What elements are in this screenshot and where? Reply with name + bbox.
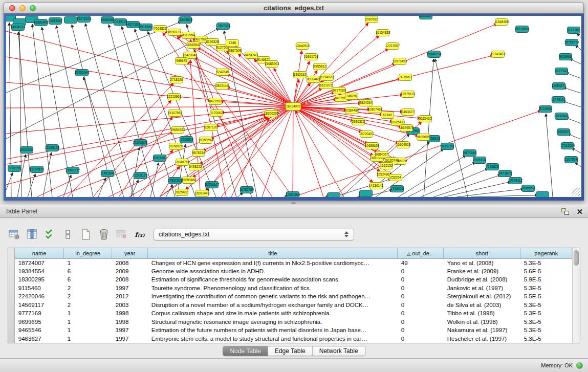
select-all-button[interactable]: [43, 228, 57, 241]
table-cell[interactable]: 2008: [112, 275, 148, 284]
table-vertical-scrollbar[interactable]: [572, 248, 580, 343]
table-row[interactable]: 1830029562008Estimation of significance …: [15, 275, 572, 284]
tab-node-table[interactable]: Node Table: [223, 346, 268, 356]
table-cell[interactable]: 5.3E-5: [520, 326, 572, 335]
graph-node[interactable]: 16091449: [195, 190, 210, 197]
graph-node[interactable]: 6879197: [441, 143, 454, 150]
graph-node[interactable]: 20053346: [75, 70, 90, 76]
panel-splitter-handle[interactable]: [291, 202, 296, 204]
column-header-out_de[interactable]: △out_de...: [398, 248, 444, 258]
graph-node[interactable]: 7485063: [399, 74, 412, 81]
graph-node[interactable]: 8912954: [182, 32, 195, 39]
graph-node[interactable]: 12213957: [385, 43, 400, 50]
graph-node[interactable]: 3824534: [360, 100, 373, 106]
table-cell[interactable]: 5.3E-5: [520, 258, 572, 267]
table-cell[interactable]: Stergiakouli et al. (2012): [444, 292, 520, 301]
scrollbar-thumb[interactable]: [574, 250, 579, 266]
graph-node[interactable]: 20364486: [344, 107, 359, 114]
graph-node[interactable]: 14671368: [126, 21, 141, 28]
graph-node[interactable]: 10688639: [365, 143, 380, 149]
column-header-name[interactable]: name: [15, 248, 64, 258]
graph-node[interactable]: 18549578: [399, 125, 414, 132]
graph-node[interactable]: 16107553: [168, 110, 183, 117]
graph-node[interactable]: 1939151: [8, 165, 21, 172]
table-cell[interactable]: 14569117: [15, 301, 64, 310]
column-header-short[interactable]: short: [444, 248, 520, 258]
graph-node[interactable]: 2087682: [365, 16, 378, 23]
graph-node[interactable]: 10807487: [368, 106, 383, 113]
table-cell[interactable]: 1: [64, 326, 112, 335]
table-cell[interactable]: 18300295: [15, 275, 64, 284]
table-cell[interactable]: Changes of HCN gene expression and I(f) …: [148, 258, 398, 267]
graph-node-hub[interactable]: 18724007: [286, 103, 301, 111]
graph-node[interactable]: 7632621: [486, 164, 499, 170]
graph-node[interactable]: 2986322: [352, 119, 365, 125]
table-cell[interactable]: 5.3E-5: [520, 309, 572, 318]
graph-node[interactable]: 7955812: [314, 63, 326, 70]
table-settings-button[interactable]: [7, 228, 21, 241]
graph-node[interactable]: 9245652: [522, 185, 535, 192]
graph-node[interactable]: 16648784: [427, 51, 442, 58]
table-cell[interactable]: 9465546: [15, 326, 64, 335]
graph-node[interactable]: 8690123: [168, 29, 181, 36]
graph-node[interactable]: 9329966: [559, 54, 572, 60]
table-cell[interactable]: 1997: [112, 326, 148, 335]
table-row[interactable]: 946362711997Embryonic stem cells: a mode…: [15, 335, 572, 343]
graph-node[interactable]: 8471676: [499, 170, 512, 177]
network-canvas[interactable]: 1403572420691406106533671527602669661601…: [6, 16, 581, 197]
table-cell[interactable]: 1998: [112, 309, 148, 318]
function-builder-button[interactable]: f(x): [133, 228, 147, 241]
graph-node[interactable]: 2620650: [20, 147, 33, 154]
graph-node[interactable]: 17359924: [179, 137, 194, 143]
graph-node[interactable]: 12975115: [401, 91, 415, 98]
table-row[interactable]: 911546021997Tourette syndrome. Phenomeno…: [15, 284, 572, 293]
table-row[interactable]: 2242004622012Investigating the contribut…: [15, 292, 572, 301]
graph-node[interactable]: 746266: [345, 93, 358, 100]
graph-node[interactable]: 2803144: [216, 83, 229, 90]
graph-node[interactable]: 20206505: [133, 140, 148, 146]
table-cell[interactable]: 0: [398, 275, 444, 284]
graph-node[interactable]: 11156828: [30, 166, 44, 173]
show-column-button[interactable]: [25, 228, 39, 241]
table-row[interactable]: 946554611997Estimation of the future num…: [15, 326, 572, 335]
graph-node[interactable]: 17857224: [216, 23, 231, 30]
graph-node[interactable]: 10654112: [508, 178, 522, 184]
table-cell[interactable]: 1: [64, 309, 112, 318]
table-cell[interactable]: 18724007: [15, 258, 64, 267]
table-cell[interactable]: 5.3E-5: [520, 335, 572, 343]
deselect-all-button[interactable]: [61, 228, 75, 241]
graph-node[interactable]: 7663822: [154, 26, 167, 32]
graph-node[interactable]: 16543942: [186, 42, 201, 49]
graph-node[interactable]: 5498222: [189, 164, 202, 170]
table-cell[interactable]: Estimation of significance thresholds fo…: [148, 275, 398, 284]
graph-node[interactable]: 13640910: [295, 43, 310, 50]
tab-network-table[interactable]: Network Table: [313, 346, 365, 356]
graph-node[interactable]: 5878334: [192, 150, 205, 157]
table-row[interactable]: 977716911998Corpus callosum shape and si…: [15, 309, 572, 318]
table-cell[interactable]: 0: [398, 309, 444, 318]
graph-node[interactable]: 1167534: [565, 157, 578, 163]
graph-node[interactable]: 12213963: [167, 94, 182, 100]
column-header-pagerank[interactable]: pagerank: [520, 248, 572, 258]
graph-node[interactable]: 14136141: [369, 183, 384, 189]
graph-node[interactable]: 9227343: [555, 68, 568, 75]
table-cell[interactable]: 49: [398, 258, 444, 267]
graph-node[interactable]: 15685203: [265, 61, 279, 68]
graph-node[interactable]: 1546: [226, 40, 239, 47]
table-select-dropdown[interactable]: citations_edges.txt: [154, 229, 354, 240]
graph-node[interactable]: 15218506: [515, 26, 530, 33]
graph-node[interactable]: 20691406: [34, 19, 49, 26]
graph-node[interactable]: 12923465: [286, 192, 300, 198]
graph-node[interactable]: 16961758: [304, 54, 319, 60]
graph-node[interactable]: 6966160: [101, 17, 114, 24]
graph-node[interactable]: 16353554: [199, 137, 213, 144]
graph-node[interactable]: 8215955: [539, 106, 552, 113]
table-cell[interactable]: 2: [64, 292, 112, 301]
graph-node[interactable]: 8267120: [205, 124, 217, 131]
network-window-titlebar[interactable]: citations_edges.txt: [4, 2, 584, 14]
graph-node[interactable]: 13942737: [66, 167, 80, 174]
graph-node[interactable]: 9474444: [464, 150, 476, 157]
graph-node[interactable]: 11548408: [494, 19, 509, 26]
table-cell[interactable]: 6: [64, 267, 112, 276]
graph-node[interactable]: 62160: [381, 112, 394, 119]
